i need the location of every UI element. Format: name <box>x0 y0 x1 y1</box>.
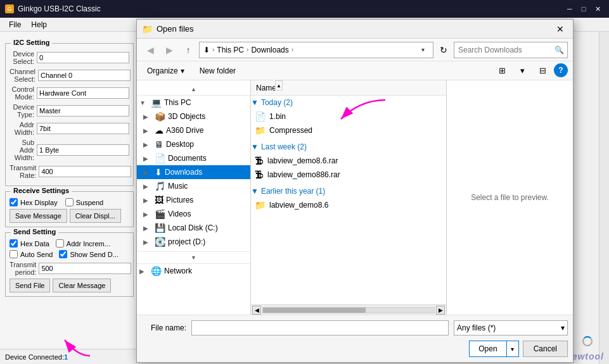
clear-display-button[interactable]: Clear Displ... <box>70 209 121 223</box>
tree-item-project-d[interactable]: ▶ 💽 project (D:) <box>137 235 250 249</box>
file-item-compressed[interactable]: 📁 Compressed <box>251 123 446 137</box>
send-settings-title: Send Setting <box>11 228 58 235</box>
tree-scroll-top[interactable]: ▲ <box>137 83 250 96</box>
scrollbar-thumb[interactable] <box>263 308 366 313</box>
view-dropdown-button[interactable]: ▾ <box>513 63 531 78</box>
help-button[interactable]: ? <box>554 63 568 77</box>
clear-message-button[interactable]: Clear Message <box>53 279 111 292</box>
transmit-rate-input[interactable] <box>39 166 131 177</box>
hex-data-row: Hex Data Addr Increm... <box>10 239 129 248</box>
dialog-footer: File name: Any files (*) ▾ Open ▾ Cancel <box>137 315 573 362</box>
addr-increment-checkbox[interactable] <box>56 239 64 248</box>
file-icon-1bin: 📄 <box>255 111 266 122</box>
address-downloads[interactable]: Downloads <box>251 46 288 54</box>
tree-expand-pictures: ▶ <box>143 197 152 204</box>
tree-expand-d: ▶ <box>143 239 152 246</box>
tree-item-local-disk-c[interactable]: ▶ 💾 Local Disk (C:) <box>137 221 250 235</box>
refresh-button[interactable]: ↻ <box>436 42 451 58</box>
tree-item-a360[interactable]: ▶ ☁ A360 Drive <box>137 123 250 137</box>
scrollbar-track[interactable] <box>262 307 435 313</box>
scroll-left-button[interactable]: ◀ <box>252 306 261 315</box>
search-input[interactable] <box>454 42 568 58</box>
send-file-button[interactable]: Send File <box>10 279 50 292</box>
tree-item-downloads[interactable]: ▶ ⬇ Downloads <box>137 165 250 179</box>
sub-addr-width-row: Sub Addr Width: <box>10 139 129 161</box>
file-item-demo886[interactable]: 🗜 labview_demo886.rar <box>251 168 446 182</box>
minimize-button[interactable]: ─ <box>563 3 576 15</box>
maximize-button[interactable]: □ <box>577 3 590 15</box>
tree-item-3d-objects[interactable]: ▶ 📦 3D Objects <box>137 110 250 123</box>
tree-expand-downloads: ▶ <box>143 169 152 176</box>
close-button[interactable]: ✕ <box>591 3 604 15</box>
tree-icon-pictures: 🖼 <box>155 195 163 205</box>
hex-display-checkbox[interactable] <box>10 198 18 206</box>
open-button[interactable]: Open <box>469 341 506 357</box>
footer-filetype-select[interactable]: Any files (*) ▾ <box>454 320 568 336</box>
device-type-label: Device Type: <box>10 103 34 118</box>
right-scrollbar[interactable] <box>599 32 609 364</box>
transmit-period-input[interactable] <box>39 263 131 274</box>
device-select-input[interactable] <box>37 52 129 63</box>
file-item-demo-folder[interactable]: 📁 labview_demo8.6 <box>251 198 446 212</box>
tree-item-pictures[interactable]: ▶ 🖼 Pictures <box>137 193 250 207</box>
new-folder-button[interactable]: New folder <box>195 63 241 78</box>
auto-send-checkbox[interactable] <box>10 250 18 258</box>
status-value: 1 <box>64 353 68 361</box>
group-lastweek-chevron: ▼ <box>251 142 259 151</box>
address-dropdown-button[interactable]: ▾ <box>416 42 429 58</box>
save-message-button[interactable]: Save Message <box>10 209 67 223</box>
back-button[interactable]: ◀ <box>142 42 158 58</box>
dialog-toolbar: ◀ ▶ ↑ ⬇ › This PC › Downloads › ▾ ↻ 🔍 <box>137 39 573 61</box>
tree-expand-icon: ▼ <box>139 99 148 106</box>
addr-width-input[interactable] <box>37 123 129 134</box>
dialog-folder-icon: 📁 <box>142 24 153 34</box>
tree-item-videos[interactable]: ▶ 🎬 Videos <box>137 207 250 221</box>
file-item-demo8[interactable]: 🗜 labview_demo8.6.rar <box>251 154 446 168</box>
status-bar: Device Connected: 1 <box>0 349 139 364</box>
dialog-title-bar: 📁 Open files ✕ <box>137 20 573 39</box>
up-button[interactable]: ↑ <box>180 42 196 58</box>
tree-scroll-up[interactable]: ▲ <box>275 80 283 91</box>
tree-item-this-pc[interactable]: ▼ 💻 This PC <box>137 96 250 110</box>
file-item-1bin[interactable]: 📄 1.bin <box>251 110 446 123</box>
sub-addr-width-input[interactable] <box>37 144 129 156</box>
menu-help[interactable]: Help <box>26 19 52 30</box>
i2c-settings-title: I2C Setting <box>11 39 52 46</box>
scroll-right-button[interactable]: ▶ <box>436 306 445 315</box>
cancel-button[interactable]: Cancel <box>523 341 568 357</box>
tree-icon-music: 🎵 <box>155 181 165 191</box>
open-dropdown-button[interactable]: ▾ <box>506 341 519 357</box>
tree-scroll-bottom[interactable]: ▼ <box>137 251 250 264</box>
dialog-title-text: Open files <box>157 24 194 34</box>
addr-width-label: Addr Width: <box>10 121 34 136</box>
device-type-input[interactable] <box>37 105 129 116</box>
view-pane-button[interactable]: ⊟ <box>534 63 551 78</box>
tree-item-desktop[interactable]: ▶ 🖥 Desktop <box>137 137 250 151</box>
show-send-checkbox[interactable] <box>59 250 67 258</box>
tree-icon-network: 🌐 <box>151 266 162 276</box>
file-icon-demo886: 🗜 <box>255 170 264 180</box>
tree-label-this-pc: This PC <box>164 98 191 107</box>
footer-filename-input[interactable] <box>191 320 449 336</box>
tree-item-network[interactable]: ▶ 🌐 Network <box>137 264 250 278</box>
control-mode-input[interactable] <box>37 87 129 99</box>
footer-filetype-value: Any files (*) <box>457 323 496 332</box>
address-arrow-icon: ⬇ <box>203 46 210 54</box>
preview-panel: Select a file to preview. <box>446 80 573 315</box>
device-select-label: Device Select: <box>10 50 34 65</box>
channel-select-input[interactable] <box>38 70 131 81</box>
suspend-checkbox[interactable] <box>65 198 74 206</box>
tree-item-documents[interactable]: ▶ 📄 Documents <box>137 151 250 165</box>
view-list-button[interactable]: ⊞ <box>493 63 511 78</box>
menu-file[interactable]: File <box>4 19 26 30</box>
hex-data-checkbox[interactable] <box>10 239 18 248</box>
tree-item-music[interactable]: ▶ 🎵 Music <box>137 179 250 193</box>
dialog-close-button[interactable]: ✕ <box>553 22 568 37</box>
title-bar: G Ginkgo USB-I2C Classic ─ □ ✕ <box>0 0 609 18</box>
control-mode-row: Control Mode: <box>10 85 129 101</box>
organize-button[interactable]: Organize ▾ <box>142 63 189 78</box>
group-earlier-label: Earlier this year (1) <box>261 187 325 196</box>
forward-button[interactable]: ▶ <box>161 42 177 58</box>
address-this-pc[interactable]: This PC <box>217 46 244 54</box>
device-type-row: Device Type: <box>10 103 129 118</box>
